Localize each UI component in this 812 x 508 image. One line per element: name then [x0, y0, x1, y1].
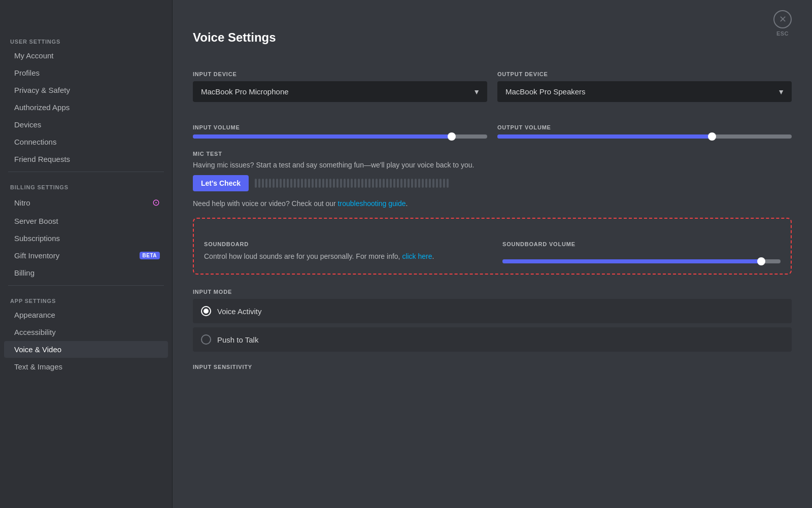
- soundboard-desc-prefix: Control how loud sounds are for you pers…: [204, 252, 402, 260]
- mic-bar: [265, 179, 267, 188]
- input-sensitivity-label: INPUT SENSITIVITY: [193, 364, 792, 370]
- sidebar-item-devices[interactable]: Devices: [4, 116, 168, 133]
- close-circle-icon[interactable]: ✕: [773, 10, 792, 28]
- mic-bar: [347, 179, 349, 188]
- mic-bar: [415, 179, 417, 188]
- radio-inner-dot: [204, 309, 209, 314]
- soundboard-right: SOUNDBOARD VOLUME: [502, 229, 781, 263]
- soundboard-volume-thumb[interactable]: [757, 257, 765, 265]
- input-volume-fill: [193, 134, 452, 139]
- input-mode-voice-activity[interactable]: Voice Activity: [193, 299, 792, 323]
- sidebar-item-server-boost[interactable]: Server Boost: [4, 213, 168, 229]
- help-text: Need help with voice or video? Check out…: [193, 199, 792, 208]
- sidebar-item-nitro[interactable]: Nitro ⊙: [4, 193, 168, 212]
- mic-bar: [390, 179, 392, 188]
- mic-bar: [404, 179, 406, 188]
- sidebar-item-appearance[interactable]: Appearance: [4, 307, 168, 323]
- output-volume-track[interactable]: [497, 134, 792, 139]
- mic-bars-visualizer: [255, 179, 792, 188]
- billing-settings-label: BILLING SETTINGS: [0, 176, 172, 192]
- sidebar: USER SETTINGS My Account Profiles Privac…: [0, 0, 173, 508]
- sidebar-item-my-account[interactable]: My Account: [4, 47, 168, 64]
- soundboard-volume-fill: [502, 259, 761, 263]
- mic-bar: [304, 179, 307, 188]
- soundboard-click-here-link[interactable]: click here: [402, 252, 432, 260]
- user-settings-label: USER SETTINGS: [0, 30, 172, 47]
- sidebar-item-accessibility[interactable]: Accessibility: [4, 324, 168, 341]
- input-device-select-wrapper: MacBook Pro Microphone ▼: [193, 81, 487, 102]
- soundboard-box: SOUNDBOARD Control how loud sounds are f…: [193, 218, 792, 275]
- sidebar-item-text-images[interactable]: Text & Images: [4, 358, 168, 375]
- sidebar-item-label: Voice & Video: [14, 345, 61, 354]
- voice-activity-label: Voice Activity: [217, 307, 262, 316]
- input-device-select[interactable]: MacBook Pro Microphone: [193, 81, 487, 102]
- mic-bar: [439, 179, 442, 188]
- close-button[interactable]: ✕ ESC: [773, 10, 792, 37]
- sidebar-item-label: Nitro: [14, 198, 30, 207]
- sidebar-item-friend-requests[interactable]: Friend Requests: [4, 151, 168, 167]
- sidebar-item-label: Accessibility: [14, 328, 56, 336]
- sidebar-item-privacy-safety[interactable]: Privacy & Safety: [4, 82, 168, 98]
- sidebar-item-gift-inventory[interactable]: Gift Inventory BETA: [4, 247, 168, 264]
- sidebar-item-profiles[interactable]: Profiles: [4, 64, 168, 81]
- output-volume-thumb[interactable]: [708, 132, 716, 141]
- input-volume-track[interactable]: [193, 134, 487, 139]
- mic-bar: [262, 179, 264, 188]
- help-text-prefix: Need help with voice or video? Check out…: [193, 199, 338, 208]
- mic-bar: [358, 179, 360, 188]
- mic-bar: [326, 179, 328, 188]
- soundboard-label: SOUNDBOARD: [204, 241, 482, 247]
- troubleshooting-guide-link[interactable]: troubleshooting guide: [338, 199, 406, 208]
- mic-bar: [425, 179, 427, 188]
- mic-bar: [336, 179, 339, 188]
- mic-bar: [255, 179, 257, 188]
- sidebar-item-label: Server Boost: [14, 217, 58, 225]
- output-device-label: OUTPUT DEVICE: [497, 71, 792, 77]
- radio-push-to-talk[interactable]: [201, 334, 211, 345]
- mic-bar: [400, 179, 402, 188]
- sidebar-item-label: Devices: [14, 120, 41, 129]
- input-device-label: INPUT DEVICE: [193, 71, 487, 77]
- sidebar-item-label: Profiles: [14, 69, 40, 77]
- output-volume-fill: [497, 134, 712, 139]
- lets-check-button[interactable]: Let's Check: [193, 175, 249, 191]
- nitro-icon: ⊙: [152, 197, 160, 208]
- input-volume-col: INPUT VOLUME: [193, 112, 487, 139]
- mic-bar: [368, 179, 370, 188]
- mic-bar: [344, 179, 346, 188]
- input-mode-push-to-talk[interactable]: Push to Talk: [193, 327, 792, 352]
- output-volume-label: OUTPUT VOLUME: [497, 124, 792, 130]
- mic-bar: [301, 179, 303, 188]
- page-title: Voice Settings: [193, 30, 792, 45]
- sidebar-item-label: Text & Images: [14, 362, 62, 371]
- radio-voice-activity[interactable]: [201, 306, 211, 316]
- mic-bar: [447, 179, 449, 188]
- main-content: ✕ ESC Voice Settings INPUT DEVICE MacBoo…: [173, 0, 812, 508]
- input-volume-thumb[interactable]: [448, 132, 456, 141]
- mic-bar: [418, 179, 420, 188]
- sidebar-item-authorized-apps[interactable]: Authorized Apps: [4, 99, 168, 116]
- mic-bar: [351, 179, 353, 188]
- sidebar-item-billing[interactable]: Billing: [4, 264, 168, 281]
- output-device-select[interactable]: MacBook Pro Speakers: [497, 81, 792, 102]
- sidebar-item-connections[interactable]: Connections: [4, 133, 168, 150]
- output-device-select-wrapper: MacBook Pro Speakers ▼: [497, 81, 792, 102]
- mic-bar: [408, 179, 410, 188]
- mic-test-row: Let's Check: [193, 175, 792, 191]
- soundboard-desc-suffix: .: [432, 252, 434, 260]
- input-mode-label: INPUT MODE: [193, 289, 792, 295]
- mic-bar: [376, 179, 378, 188]
- sidebar-item-label: Friend Requests: [14, 155, 70, 163]
- mic-bar: [280, 179, 282, 188]
- sidebar-item-subscriptions[interactable]: Subscriptions: [4, 230, 168, 247]
- input-volume-label: INPUT VOLUME: [193, 124, 487, 130]
- mic-bar: [354, 179, 356, 188]
- sidebar-item-label: Appearance: [14, 311, 55, 319]
- push-to-talk-label: Push to Talk: [217, 335, 258, 344]
- sidebar-item-voice-video[interactable]: Voice & Video: [4, 341, 168, 358]
- help-text-suffix: .: [406, 199, 408, 208]
- mic-bar: [322, 179, 324, 188]
- soundboard-volume-track[interactable]: [502, 259, 781, 263]
- volume-row: INPUT VOLUME OUTPUT VOLUME: [193, 112, 792, 139]
- mic-bar: [383, 179, 385, 188]
